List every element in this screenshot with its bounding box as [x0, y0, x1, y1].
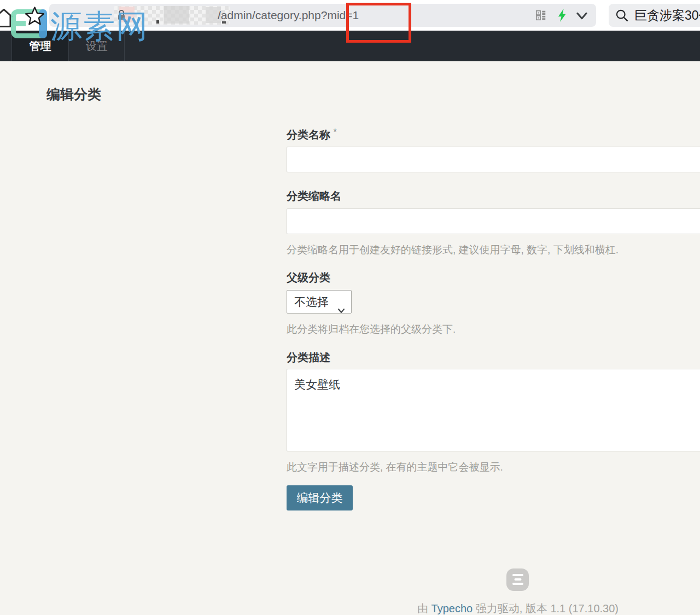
logo-bar	[512, 574, 523, 576]
typecho-logo-icon	[506, 568, 529, 591]
edit-category-submit-button[interactable]: 编辑分类	[287, 485, 353, 510]
mosaic-patch	[164, 6, 189, 24]
lightning-bolt-icon[interactable]	[556, 8, 570, 25]
category-slug-label: 分类缩略名	[287, 189, 341, 204]
category-slug-help: 分类缩略名用于创建友好的链接形式, 建议使用字母, 数字, 下划线和横杠.	[287, 243, 619, 257]
powered-suffix: 强力驱动, 版本 1.1 (17.10.30)	[472, 602, 619, 614]
category-desc-textarea[interactable]: 美女壁纸	[287, 369, 700, 451]
category-slug-input[interactable]	[287, 208, 700, 234]
parent-category-help: 此分类将归档在您选择的父级分类下.	[287, 322, 456, 336]
bookmark-star-icon[interactable]	[24, 5, 45, 29]
main-content: 编辑分类 分类名称 * 分类缩略名 分类缩略名用于创建友好的链接形式, 建议使用…	[0, 61, 700, 615]
typecho-link[interactable]: Typecho	[431, 602, 473, 614]
search-box[interactable]: 巨贪涉案30亿	[609, 4, 700, 27]
category-desc-help: 此文字用于描述分类, 在有的主题中它会被显示.	[287, 460, 503, 474]
logo-bar	[512, 583, 523, 585]
parent-category-value: 不选择	[294, 295, 329, 308]
search-query-text: 巨贪涉案30亿	[634, 4, 700, 27]
logo-text: 源素网	[50, 9, 149, 44]
category-name-input[interactable]	[287, 147, 700, 172]
page-title: 编辑分类	[46, 85, 101, 103]
powered-by-text: 由 Typecho 强力驱动, 版本 1.1 (17.10.30)	[383, 601, 653, 615]
parent-category-select[interactable]: 不选择	[287, 290, 352, 314]
screenshot-root: /admin/category.php?mid=1	[0, 0, 700, 615]
category-name-label: 分类名称 *	[287, 127, 337, 142]
annotation-rectangle	[346, 3, 411, 43]
parent-category-label: 父级分类	[287, 270, 330, 285]
powered-prefix: 由	[417, 602, 431, 614]
qr-code-icon[interactable]	[535, 9, 547, 24]
search-icon	[615, 8, 629, 25]
mosaic-patch	[156, 20, 159, 24]
chevron-down-icon[interactable]	[574, 10, 590, 24]
category-desc-label: 分类描述	[287, 350, 330, 365]
category-name-label-text: 分类名称	[287, 129, 330, 141]
url-text: /admin/category.php?mid=1	[218, 4, 359, 27]
required-asterisk: *	[334, 127, 337, 137]
logo-bar	[514, 578, 521, 581]
select-chevron-icon	[337, 299, 346, 321]
